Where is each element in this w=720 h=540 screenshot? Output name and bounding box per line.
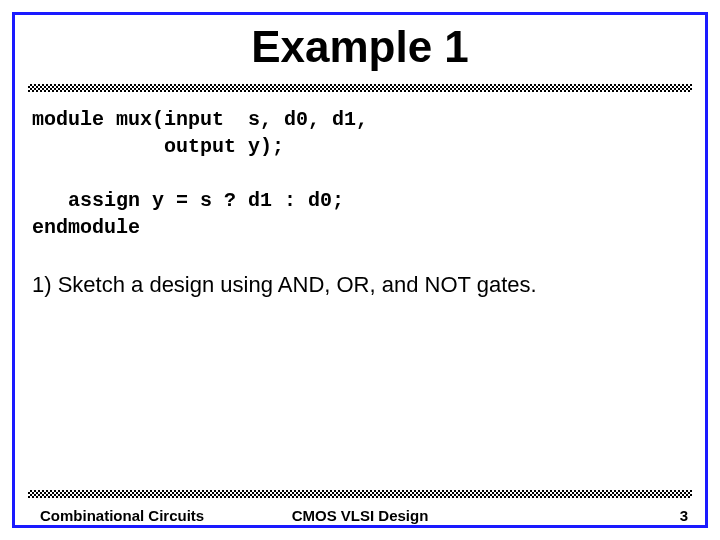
footer-page-number: 3 — [680, 507, 688, 524]
slide: Example 1 module mux(input s, d0, d1, ou… — [0, 0, 720, 540]
question-text: 1) Sketch a design using AND, OR, and NO… — [32, 272, 537, 298]
divider-bottom — [28, 490, 692, 498]
checker-pattern — [28, 490, 692, 498]
code-line: endmodule — [32, 216, 140, 239]
code-line: output y); — [32, 135, 284, 158]
footer-center: CMOS VLSI Design — [0, 507, 720, 524]
code-line: module mux(input s, d0, d1, — [32, 108, 368, 131]
divider-top — [28, 84, 692, 92]
code-line: assign y = s ? d1 : d0; — [32, 189, 344, 212]
code-block: module mux(input s, d0, d1, output y); a… — [32, 106, 368, 241]
slide-title: Example 1 — [0, 22, 720, 72]
checker-pattern — [28, 84, 692, 92]
